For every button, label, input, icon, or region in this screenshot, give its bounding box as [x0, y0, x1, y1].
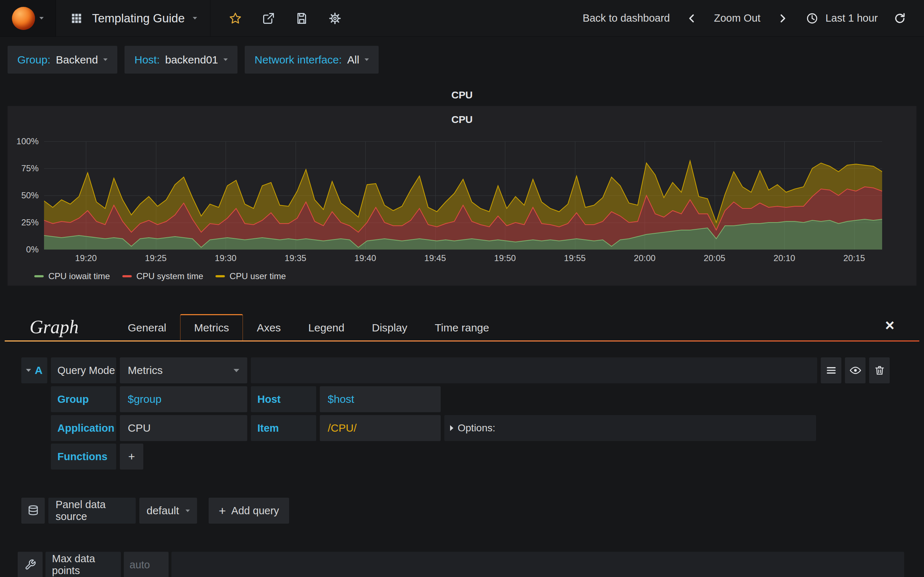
- add-function-button[interactable]: +: [120, 443, 143, 469]
- y-tick-label: 0%: [26, 245, 39, 255]
- options-toggle[interactable]: Options:: [444, 415, 816, 441]
- y-tick-label: 100%: [16, 136, 39, 147]
- legend-series-name: CPU system time: [136, 271, 203, 281]
- legend-series-name: CPU user time: [229, 271, 286, 281]
- zoom-out-button[interactable]: Zoom Out: [714, 12, 761, 24]
- application-label: Application: [51, 415, 116, 441]
- y-tick-label: 25%: [21, 218, 39, 227]
- chevron-down-icon: [193, 17, 197, 19]
- query-collapse-button[interactable]: A: [21, 357, 47, 384]
- legend-item[interactable]: CPU user time: [215, 271, 286, 281]
- template-variables-row: Group: Backend Host: backend01 Network i…: [8, 46, 379, 74]
- query-row-functions: Functions +: [21, 443, 143, 469]
- item-label: Item: [251, 415, 316, 441]
- chevron-down-icon: [365, 58, 369, 61]
- host-input[interactable]: $host: [320, 386, 441, 412]
- application-input[interactable]: CPU: [120, 415, 247, 441]
- legend-item[interactable]: CPU system time: [122, 271, 203, 281]
- tab-time-range[interactable]: Time range: [421, 315, 503, 340]
- datasource-value: default: [147, 504, 179, 517]
- variable-label: Group:: [17, 54, 50, 66]
- tab-display[interactable]: Display: [358, 315, 421, 340]
- x-tick-label: 19:50: [494, 253, 516, 263]
- chevron-down-icon: [39, 17, 44, 19]
- clock-icon: [804, 11, 820, 26]
- x-tick-label: 19:30: [215, 253, 236, 263]
- legend: CPU iowait timeCPU system timeCPU user t…: [34, 271, 286, 281]
- group-input[interactable]: $group: [120, 386, 247, 412]
- legend-series-name: CPU iowait time: [48, 271, 110, 281]
- add-query-label: Add query: [231, 505, 279, 517]
- legend-item[interactable]: CPU iowait time: [34, 271, 110, 281]
- grafana-logo-icon: [12, 7, 35, 30]
- tab-axes[interactable]: Axes: [243, 315, 294, 340]
- wrench-icon[interactable]: [18, 552, 43, 577]
- x-tick-label: 20:05: [704, 253, 725, 263]
- star-icon[interactable]: [228, 11, 243, 26]
- save-icon[interactable]: [294, 11, 309, 26]
- chevron-down-icon: [103, 58, 108, 61]
- query-eye-icon[interactable]: [845, 357, 866, 384]
- query-row-application-item: Application CPU Item /CPU/ Options:: [21, 415, 816, 441]
- grafana-logo-button[interactable]: [0, 0, 56, 36]
- max-data-points-filler: [171, 552, 904, 577]
- datasource-select[interactable]: default: [139, 498, 197, 524]
- x-tick-label: 19:45: [425, 253, 446, 263]
- caret-down-icon: [26, 369, 31, 372]
- x-tick-label: 20:10: [774, 253, 795, 263]
- x-axis-labels: 19:2019:2519:3019:3519:4019:4519:5019:55…: [44, 253, 882, 265]
- share-icon[interactable]: [261, 11, 276, 26]
- x-tick-label: 20:15: [843, 253, 865, 263]
- query-mode-select[interactable]: Metrics: [120, 357, 247, 384]
- editor-title: Graph: [30, 316, 79, 338]
- gear-icon[interactable]: [327, 11, 342, 26]
- variable-group-dropdown[interactable]: Group: Backend: [8, 46, 117, 74]
- functions-label: Functions: [51, 443, 116, 469]
- dashboard-title-dropdown[interactable]: Templating Guide: [56, 0, 210, 36]
- max-data-points-input[interactable]: [129, 559, 163, 571]
- item-value: /CPU/: [328, 422, 357, 434]
- row-title: CPU: [0, 89, 924, 101]
- editor-accent-divider: [5, 340, 919, 342]
- time-picker-button[interactable]: Last 1 hour: [804, 11, 878, 26]
- y-axis-labels: 0%25%50%75%100%: [8, 141, 39, 250]
- tab-legend[interactable]: Legend: [294, 315, 358, 340]
- y-tick-label: 75%: [21, 163, 39, 174]
- variable-netif-dropdown[interactable]: Network interface: All: [245, 46, 379, 74]
- plot-area[interactable]: [44, 141, 882, 250]
- x-tick-label: 19:20: [75, 253, 97, 263]
- chevron-down-icon: [234, 369, 239, 372]
- variable-host-dropdown[interactable]: Host: backend01: [124, 46, 237, 74]
- dashboard-grid-icon: [69, 11, 84, 26]
- max-data-points-input-cell: [124, 552, 168, 577]
- chevron-down-icon: [186, 509, 190, 512]
- x-tick-label: 20:00: [634, 253, 656, 263]
- legend-series-swatch: [215, 275, 225, 277]
- query-mode-label: Query Mode: [51, 357, 116, 384]
- back-to-dashboard-link[interactable]: Back to dashboard: [583, 12, 670, 24]
- legend-series-swatch: [122, 275, 132, 277]
- x-tick-label: 19:25: [145, 253, 167, 263]
- variable-value: backend01: [165, 54, 218, 66]
- chevron-down-icon: [223, 58, 228, 61]
- options-label: Options:: [458, 422, 495, 434]
- query-row-a: A Query Mode Metrics: [21, 357, 890, 384]
- time-range-label: Last 1 hour: [825, 12, 878, 24]
- panel-editor-header: Graph General Metrics Axes Legend Displa…: [0, 307, 924, 340]
- tab-metrics[interactable]: Metrics: [180, 314, 243, 340]
- plus-icon: +: [219, 504, 226, 518]
- refresh-icon[interactable]: [892, 11, 908, 26]
- panel-datasource-label: Panel data source: [48, 498, 136, 524]
- add-query-button[interactable]: + Add query: [208, 498, 289, 524]
- close-icon[interactable]: ×: [885, 318, 894, 333]
- chevron-left-icon[interactable]: [684, 11, 699, 26]
- application-value: CPU: [128, 422, 150, 434]
- x-tick-label: 19:35: [285, 253, 307, 263]
- tab-general[interactable]: General: [114, 315, 180, 340]
- chevron-right-icon[interactable]: [775, 11, 790, 26]
- max-data-points-row: Max data points: [18, 552, 904, 577]
- query-trash-icon[interactable]: [869, 357, 890, 384]
- query-menu-icon[interactable]: [821, 357, 842, 384]
- item-input[interactable]: /CPU/: [320, 415, 441, 441]
- panel-title[interactable]: CPU: [8, 106, 916, 126]
